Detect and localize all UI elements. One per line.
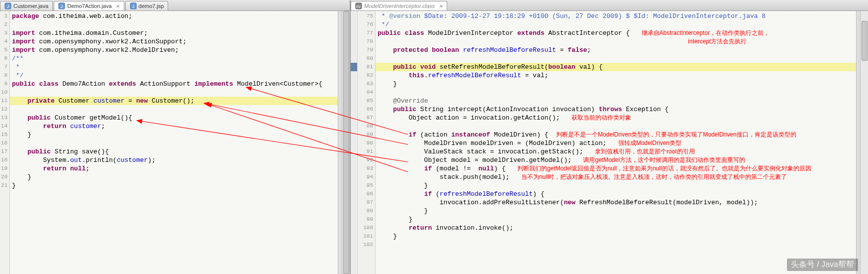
editor-tab[interactable]: Jdemo7.jsp [125,1,169,10]
code-line[interactable]: private Customer customer = new Customer… [10,97,338,105]
code-line[interactable] [10,88,338,97]
code-line[interactable]: ModelDriven modelDriven = (ModelDriven) … [376,139,856,147]
code-line[interactable]: */ [376,20,856,29]
code-line[interactable] [10,105,338,114]
right-overview-ruler[interactable] [856,11,860,274]
right-line-gutter: 7576777879808182838485868788899091929394… [358,11,376,274]
svg-text:J: J [61,4,63,9]
code-line[interactable]: Object model = modelDriven.getModel(); 调… [376,156,856,164]
svg-text:J: J [7,4,9,9]
code-line[interactable]: } [10,181,338,190]
code-line[interactable]: /** [10,54,338,63]
code-line[interactable]: Object action = invocation.getAction(); … [376,114,856,122]
code-line[interactable] [10,20,338,29]
left-scrollbar[interactable] [342,11,350,274]
code-line[interactable]: if (action instanceof ModelDriven) { 判断是… [376,131,856,139]
java-file-icon: J [4,2,11,9]
code-line[interactable]: stack.push(model); 当不为null时，把该对象压入栈顶。注意是… [376,173,856,181]
tab-label: demo7.jsp [139,3,164,9]
class-file-icon: 01 [355,2,362,9]
code-line[interactable]: if (refreshModelBeforeResult) { [376,190,856,198]
tab-label: Demo7Action.java [67,3,111,9]
close-icon[interactable]: ✕ [116,3,120,9]
code-line[interactable]: public class ModelDrivenInterceptor exte… [376,29,856,37]
code-line[interactable]: public String save(){ [10,147,338,156]
code-line[interactable]: return invocation.invoke(); [376,224,856,232]
code-line[interactable] [376,54,856,63]
right-editor-pane: 01ModelDrivenInterceptor.class✕ 75767778… [351,0,868,274]
right-scrollbar[interactable] [860,11,868,274]
scrollbar-thumb[interactable] [343,11,349,274]
scrollbar-thumb[interactable] [862,21,868,61]
left-overview-ruler[interactable] [338,11,342,274]
code-line[interactable]: @Override [376,97,856,105]
code-line[interactable]: } [376,80,856,88]
code-line[interactable]: } [376,181,856,190]
code-line[interactable]: System.out.println(customer); [10,156,338,164]
code-line[interactable]: } [10,173,338,181]
code-line[interactable]: public String intercept(ActionInvocation… [376,105,856,114]
tab-label: ModelDrivenInterceptor.class [364,3,435,9]
code-line[interactable]: return customer; [10,122,338,131]
code-line[interactable]: if (model != null) { 判断我们的getModel返回值是否为… [376,164,856,173]
code-line[interactable]: return null; [10,164,338,173]
code-line[interactable]: } [376,207,856,215]
left-code-area[interactable]: package com.itheima.web.action; import c… [10,11,338,274]
right-code-area[interactable]: * @version $Date: 2009-12-27 19:18:29 +0… [376,11,856,274]
right-marker-column [351,11,358,274]
left-editor[interactable]: 123456789101112131415161718192021 packag… [0,11,350,274]
code-line[interactable]: this.refreshModelBeforeResult = val; [376,71,856,80]
left-tabbar: JCustomer.javaJDemo7Action.java✕Jdemo7.j… [0,0,350,11]
right-editor[interactable]: 7576777879808182838485868788899091929394… [351,11,868,274]
code-line[interactable]: * [10,63,338,71]
code-line[interactable]: intercept方法会先执行 [376,37,856,46]
watermark: 头条号 / Java帮帮 [787,259,858,271]
tab-label: Customer.java [13,3,48,9]
code-line[interactable]: import com.opensymphony.xwork2.ActionSup… [10,37,338,46]
editor-tab[interactable]: JCustomer.java [0,1,53,10]
editor-tab[interactable]: JDemo7Action.java✕ [54,1,124,10]
ide-window: JCustomer.javaJDemo7Action.java✕Jdemo7.j… [0,0,868,274]
editor-tab[interactable]: 01ModelDrivenInterceptor.class✕ [351,1,447,10]
code-line[interactable]: package com.itheima.web.action; [10,12,338,20]
code-line[interactable]: * @version $Date: 2009-12-27 19:18:29 +0… [376,12,856,20]
code-line[interactable]: } [376,232,856,241]
left-line-gutter: 123456789101112131415161718192021 [0,11,10,274]
code-line[interactable]: import com.itheima.domain.Customer; [10,29,338,37]
left-editor-pane: JCustomer.javaJDemo7Action.java✕Jdemo7.j… [0,0,351,274]
code-line[interactable]: } [376,215,856,224]
code-line[interactable] [10,139,338,147]
code-line[interactable] [376,122,856,131]
code-line[interactable]: import com.opensymphony.xwork2.ModelDriv… [10,46,338,54]
code-line[interactable]: public void setRefreshModelBeforeResult(… [376,63,856,71]
right-tabbar: 01ModelDrivenInterceptor.class✕ [351,0,868,11]
close-icon[interactable]: ✕ [439,3,443,9]
code-line[interactable]: public Customer getModel(){ [10,114,338,122]
code-line[interactable]: invocation.addPreResultListener(new Refr… [376,198,856,207]
code-line[interactable]: */ [10,71,338,80]
code-line[interactable]: } [10,131,338,139]
java-file-icon: J [130,2,137,9]
java-file-icon: J [58,2,65,9]
code-line[interactable] [376,88,856,97]
code-line[interactable] [376,241,856,249]
code-line[interactable]: protected boolean refreshModelBeforeResu… [376,46,856,54]
svg-text:J: J [132,4,134,9]
code-line[interactable]: ValueStack stack = invocation.getStack()… [376,147,856,156]
svg-text:01: 01 [357,4,361,9]
code-line[interactable]: public class Demo7Action extends ActionS… [10,80,338,88]
